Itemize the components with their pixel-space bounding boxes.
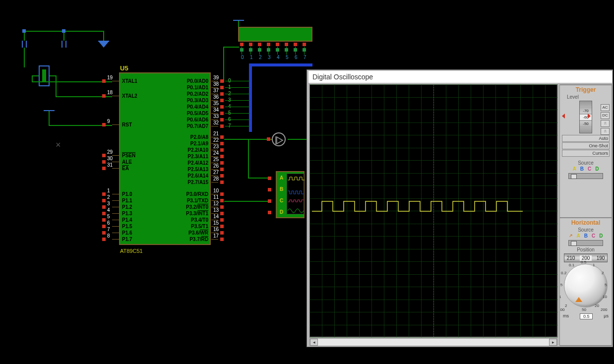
pin-terminal[interactable] — [220, 148, 224, 152]
led-pins — [240, 43, 306, 46]
pin-terminal[interactable] — [102, 225, 106, 228]
pin-terminal[interactable] — [102, 123, 106, 126]
pin-name: P0.1/AD1 — [178, 85, 208, 90]
edge-rising-button[interactable]: ⎍ — [601, 120, 610, 127]
trigger-source-label: Source — [560, 160, 612, 166]
pin-terminal[interactable] — [220, 199, 224, 202]
pin-name: P2.2/A10 — [178, 147, 208, 153]
analyzer-pin — [268, 211, 271, 214]
pin-terminal[interactable] — [220, 99, 224, 102]
chip-part: AT89C51 — [120, 248, 143, 254]
pin-terminal[interactable] — [220, 142, 224, 145]
pin-terminal[interactable] — [220, 79, 224, 83]
wire — [224, 201, 268, 202]
pin-name: P3.5/T1 — [178, 224, 208, 229]
pin-terminal[interactable] — [220, 181, 224, 184]
pin-terminal[interactable] — [102, 218, 106, 222]
led-pin-label: 2 — [259, 55, 262, 60]
pin-terminal[interactable] — [220, 112, 224, 115]
crystal-body — [42, 69, 46, 82]
pin-terminal[interactable] — [220, 105, 224, 109]
schematic-canvas[interactable]: × U5 AT89C51 A B C D — [0, 0, 305, 364]
horizontal-scrollbar[interactable]: ◂ ▸ — [309, 338, 557, 346]
pin-number: 28 — [213, 176, 219, 182]
pin-name: XTAL2 — [122, 93, 137, 99]
horizontal-source-slider[interactable] — [568, 240, 603, 246]
pin-number: 8 — [107, 233, 110, 239]
chip-ref: U5 — [120, 64, 128, 72]
pin-terminal[interactable] — [220, 225, 224, 228]
pin-terminal[interactable] — [220, 238, 224, 241]
pin-terminal[interactable] — [220, 161, 224, 165]
dc-coupling-button[interactable]: DC — [601, 112, 610, 119]
led-pin-label: 5 — [286, 55, 289, 60]
unit-ms: ms — [563, 313, 569, 319]
scroll-right-button[interactable]: ▸ — [549, 339, 557, 346]
ac-coupling-button[interactable]: AC — [601, 104, 610, 111]
timebase-dial[interactable] — [564, 264, 608, 307]
pin-terminal[interactable] — [102, 199, 106, 202]
pin-name: P0.4/AD4 — [178, 104, 208, 110]
edge-falling-button[interactable]: ⎍ — [601, 128, 610, 135]
pin-terminal[interactable] — [220, 135, 224, 139]
wire — [24, 48, 25, 67]
led-pin-label: 3 — [268, 55, 271, 60]
led-pin-label: 0 — [241, 55, 244, 60]
pin-name: P2.0/A8 — [178, 134, 208, 140]
pin-number: 38 — [213, 81, 219, 87]
timebase-value[interactable]: 0.5 — [580, 313, 593, 319]
led-array[interactable] — [238, 27, 312, 42]
diode-icon[interactable] — [272, 132, 286, 146]
level-label: Level — [560, 94, 612, 100]
pin-terminal[interactable] — [102, 238, 106, 241]
pin-terminal[interactable] — [220, 168, 224, 171]
cursors-button[interactable]: Cursors — [562, 150, 610, 157]
pin-number: 31 — [107, 162, 113, 168]
pin-name: P2.6/A14 — [178, 173, 208, 179]
oneshot-button[interactable]: One-Shot — [562, 142, 610, 149]
pin-number: 6 — [107, 220, 110, 226]
pin-terminal[interactable] — [102, 79, 106, 83]
pin-terminal[interactable] — [220, 155, 224, 158]
pin-number: 7 — [107, 227, 110, 232]
pin-number: 27 — [213, 170, 219, 175]
pin-terminal[interactable] — [220, 192, 224, 196]
pin-number: 39 — [213, 75, 219, 80]
pin-terminal[interactable] — [220, 174, 224, 178]
pin-terminal[interactable] — [102, 167, 106, 170]
pin-terminal[interactable] — [220, 118, 224, 121]
auto-button[interactable]: Auto — [562, 135, 610, 142]
pin-terminal[interactable] — [220, 218, 224, 222]
pin-terminal[interactable] — [102, 205, 106, 209]
unit-us: µs — [604, 313, 609, 319]
pin-name: ALE — [122, 159, 132, 165]
led-pin-label: 1 — [250, 55, 253, 60]
horizontal-source-row: ↗ A B C D — [560, 233, 612, 239]
scroll-left-button[interactable]: ◂ — [310, 339, 318, 346]
analyzer-pin — [268, 199, 271, 203]
pin-number: 21 — [213, 131, 219, 136]
pin-terminal[interactable] — [102, 231, 106, 235]
trigger-source-slider[interactable] — [568, 173, 603, 179]
pin-terminal[interactable] — [220, 205, 224, 209]
pin-number: 26 — [213, 163, 219, 169]
pin-terminal[interactable] — [102, 192, 106, 196]
trigger-heading: Trigger — [560, 85, 612, 94]
cap1-plate — [22, 41, 23, 48]
analyzer-ch-d: D — [280, 209, 283, 215]
pin-number: 22 — [213, 137, 219, 143]
position-wheel[interactable]: 210 200 190 — [564, 253, 608, 262]
analyzer-ch-c: C — [280, 198, 283, 203]
pin-terminal[interactable] — [102, 160, 106, 164]
pin-terminal[interactable] — [102, 154, 106, 157]
pin-terminal[interactable] — [102, 212, 106, 215]
pin-terminal[interactable] — [220, 212, 224, 215]
pin-terminal[interactable] — [220, 231, 224, 235]
pin-name: P2.5/A13 — [178, 167, 208, 172]
analyzer-pin — [268, 188, 271, 191]
pin-terminal[interactable] — [102, 94, 106, 98]
pin-number: 3 — [107, 201, 110, 206]
pin-terminal[interactable] — [220, 86, 224, 89]
pin-terminal[interactable] — [220, 124, 224, 128]
pin-terminal[interactable] — [220, 92, 224, 96]
